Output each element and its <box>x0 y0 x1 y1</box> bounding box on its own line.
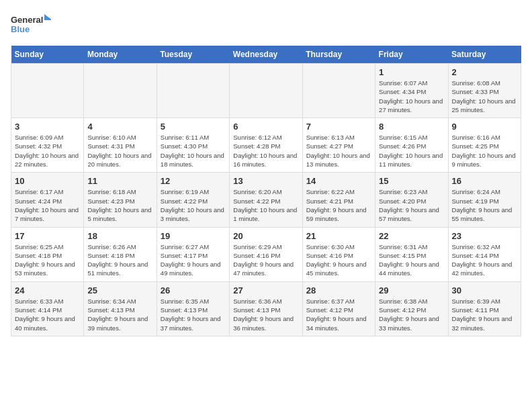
day-info: Sunrise: 6:30 AM Sunset: 4:16 PM Dayligh… <box>306 242 371 278</box>
day-info: Sunrise: 6:37 AM Sunset: 4:12 PM Dayligh… <box>306 297 371 332</box>
calendar-cell: 14Sunrise: 6:22 AM Sunset: 4:21 PM Dayli… <box>302 173 375 227</box>
day-number: 7 <box>306 122 371 132</box>
day-number: 17 <box>15 231 80 241</box>
day-info: Sunrise: 6:26 AM Sunset: 4:18 PM Dayligh… <box>87 242 152 278</box>
calendar-cell: 24Sunrise: 6:33 AM Sunset: 4:14 PM Dayli… <box>11 281 84 336</box>
calendar-cell: 23Sunrise: 6:32 AM Sunset: 4:14 PM Dayli… <box>448 227 521 281</box>
day-info: Sunrise: 6:36 AM Sunset: 4:13 PM Dayligh… <box>233 297 298 332</box>
logo-svg: GeneralBlue <box>11 11 51 38</box>
header-day-sunday: Sunday <box>11 46 84 64</box>
week-row-3: 10Sunrise: 6:17 AM Sunset: 4:24 PM Dayli… <box>11 173 521 227</box>
header-row: SundayMondayTuesdayWednesdayThursdayFrid… <box>11 46 521 64</box>
day-info: Sunrise: 6:23 AM Sunset: 4:20 PM Dayligh… <box>379 187 444 223</box>
calendar-cell: 5Sunrise: 6:11 AM Sunset: 4:30 PM Daylig… <box>157 118 229 173</box>
day-number: 28 <box>306 285 371 295</box>
day-info: Sunrise: 6:24 AM Sunset: 4:19 PM Dayligh… <box>452 187 517 223</box>
week-row-2: 3Sunrise: 6:09 AM Sunset: 4:32 PM Daylig… <box>11 118 521 173</box>
day-number: 27 <box>233 285 298 295</box>
header-day-thursday: Thursday <box>302 46 375 64</box>
day-info: Sunrise: 6:15 AM Sunset: 4:26 PM Dayligh… <box>379 133 444 169</box>
calendar-cell: 11Sunrise: 6:18 AM Sunset: 4:23 PM Dayli… <box>84 173 157 227</box>
day-info: Sunrise: 6:16 AM Sunset: 4:25 PM Dayligh… <box>452 133 517 169</box>
day-info: Sunrise: 6:17 AM Sunset: 4:24 PM Dayligh… <box>15 187 80 223</box>
day-info: Sunrise: 6:13 AM Sunset: 4:27 PM Dayligh… <box>306 133 371 169</box>
day-info: Sunrise: 6:09 AM Sunset: 4:32 PM Dayligh… <box>15 133 80 169</box>
calendar-cell: 13Sunrise: 6:20 AM Sunset: 4:22 PM Dayli… <box>230 173 302 227</box>
header: GeneralBlue <box>11 11 521 38</box>
day-number: 20 <box>233 231 298 241</box>
day-info: Sunrise: 6:18 AM Sunset: 4:23 PM Dayligh… <box>87 187 152 223</box>
calendar-cell: 26Sunrise: 6:35 AM Sunset: 4:13 PM Dayli… <box>157 281 229 336</box>
day-number: 6 <box>233 122 298 132</box>
day-number: 30 <box>452 285 517 295</box>
calendar-cell <box>84 64 157 118</box>
day-number: 25 <box>87 285 152 295</box>
day-info: Sunrise: 6:08 AM Sunset: 4:33 PM Dayligh… <box>452 79 517 114</box>
day-number: 11 <box>87 176 152 186</box>
logo: GeneralBlue <box>11 11 51 38</box>
day-info: Sunrise: 6:11 AM Sunset: 4:30 PM Dayligh… <box>161 133 226 169</box>
calendar-cell: 28Sunrise: 6:37 AM Sunset: 4:12 PM Dayli… <box>302 281 375 336</box>
day-number: 26 <box>161 285 226 295</box>
day-number: 21 <box>306 231 371 241</box>
day-number: 1 <box>379 67 444 77</box>
calendar-cell: 9Sunrise: 6:16 AM Sunset: 4:25 PM Daylig… <box>448 118 521 173</box>
day-info: Sunrise: 6:22 AM Sunset: 4:21 PM Dayligh… <box>306 187 371 223</box>
day-number: 16 <box>452 176 517 186</box>
calendar-cell: 22Sunrise: 6:31 AM Sunset: 4:15 PM Dayli… <box>375 227 448 281</box>
day-info: Sunrise: 6:25 AM Sunset: 4:18 PM Dayligh… <box>15 242 80 278</box>
calendar-table: SundayMondayTuesdayWednesdayThursdayFrid… <box>11 46 521 336</box>
day-info: Sunrise: 6:38 AM Sunset: 4:12 PM Dayligh… <box>379 297 444 332</box>
day-number: 5 <box>161 122 226 132</box>
calendar-cell: 17Sunrise: 6:25 AM Sunset: 4:18 PM Dayli… <box>11 227 84 281</box>
day-number: 13 <box>233 176 298 186</box>
day-number: 24 <box>15 285 80 295</box>
day-info: Sunrise: 6:34 AM Sunset: 4:13 PM Dayligh… <box>87 297 152 332</box>
svg-text:General: General <box>11 15 43 25</box>
day-info: Sunrise: 6:27 AM Sunset: 4:17 PM Dayligh… <box>161 242 226 278</box>
day-number: 12 <box>161 176 226 186</box>
day-number: 10 <box>15 176 80 186</box>
day-info: Sunrise: 6:07 AM Sunset: 4:34 PM Dayligh… <box>379 79 444 114</box>
calendar-cell: 21Sunrise: 6:30 AM Sunset: 4:16 PM Dayli… <box>302 227 375 281</box>
day-number: 14 <box>306 176 371 186</box>
calendar-cell: 19Sunrise: 6:27 AM Sunset: 4:17 PM Dayli… <box>157 227 229 281</box>
calendar-cell: 25Sunrise: 6:34 AM Sunset: 4:13 PM Dayli… <box>84 281 157 336</box>
day-info: Sunrise: 6:20 AM Sunset: 4:22 PM Dayligh… <box>233 187 298 223</box>
calendar-cell: 3Sunrise: 6:09 AM Sunset: 4:32 PM Daylig… <box>11 118 84 173</box>
day-number: 2 <box>452 67 517 77</box>
svg-text:Blue: Blue <box>11 24 30 34</box>
calendar-body: 1Sunrise: 6:07 AM Sunset: 4:34 PM Daylig… <box>11 64 521 336</box>
day-info: Sunrise: 6:33 AM Sunset: 4:14 PM Dayligh… <box>15 297 80 332</box>
calendar-cell <box>302 64 375 118</box>
calendar-header: SundayMondayTuesdayWednesdayThursdayFrid… <box>11 46 521 64</box>
day-info: Sunrise: 6:12 AM Sunset: 4:28 PM Dayligh… <box>233 133 298 169</box>
calendar-cell <box>230 64 302 118</box>
calendar-cell: 2Sunrise: 6:08 AM Sunset: 4:33 PM Daylig… <box>448 64 521 118</box>
calendar-cell <box>157 64 229 118</box>
day-number: 9 <box>452 122 517 132</box>
calendar-cell: 8Sunrise: 6:15 AM Sunset: 4:26 PM Daylig… <box>375 118 448 173</box>
day-number: 22 <box>379 231 444 241</box>
day-number: 18 <box>87 231 152 241</box>
calendar-cell: 20Sunrise: 6:29 AM Sunset: 4:16 PM Dayli… <box>230 227 302 281</box>
calendar-cell: 18Sunrise: 6:26 AM Sunset: 4:18 PM Dayli… <box>84 227 157 281</box>
day-info: Sunrise: 6:31 AM Sunset: 4:15 PM Dayligh… <box>379 242 444 278</box>
day-number: 19 <box>161 231 226 241</box>
calendar-cell: 29Sunrise: 6:38 AM Sunset: 4:12 PM Dayli… <box>375 281 448 336</box>
calendar-cell: 10Sunrise: 6:17 AM Sunset: 4:24 PM Dayli… <box>11 173 84 227</box>
day-number: 29 <box>379 285 444 295</box>
week-row-5: 24Sunrise: 6:33 AM Sunset: 4:14 PM Dayli… <box>11 281 521 336</box>
week-row-4: 17Sunrise: 6:25 AM Sunset: 4:18 PM Dayli… <box>11 227 521 281</box>
calendar-cell: 4Sunrise: 6:10 AM Sunset: 4:31 PM Daylig… <box>84 118 157 173</box>
day-number: 8 <box>379 122 444 132</box>
day-info: Sunrise: 6:19 AM Sunset: 4:22 PM Dayligh… <box>161 187 226 223</box>
day-info: Sunrise: 6:39 AM Sunset: 4:11 PM Dayligh… <box>452 297 517 332</box>
calendar-cell: 1Sunrise: 6:07 AM Sunset: 4:34 PM Daylig… <box>375 64 448 118</box>
calendar-cell: 30Sunrise: 6:39 AM Sunset: 4:11 PM Dayli… <box>448 281 521 336</box>
header-day-monday: Monday <box>84 46 157 64</box>
header-day-friday: Friday <box>375 46 448 64</box>
calendar-cell: 27Sunrise: 6:36 AM Sunset: 4:13 PM Dayli… <box>230 281 302 336</box>
day-number: 15 <box>379 176 444 186</box>
day-info: Sunrise: 6:29 AM Sunset: 4:16 PM Dayligh… <box>233 242 298 278</box>
